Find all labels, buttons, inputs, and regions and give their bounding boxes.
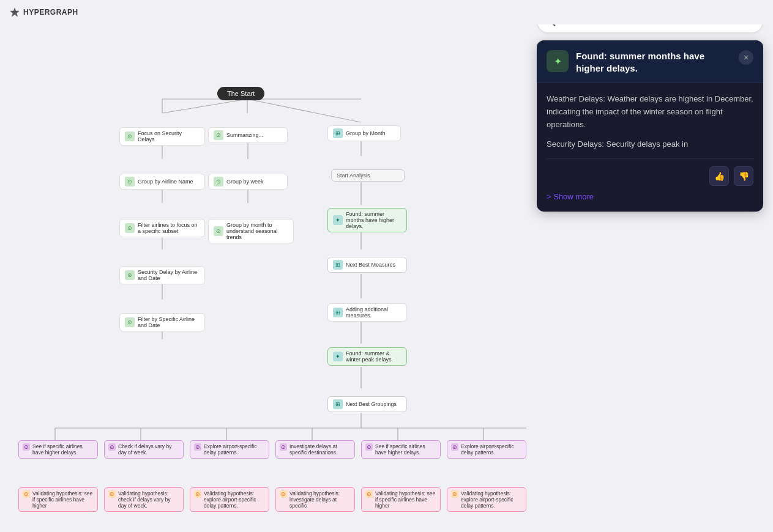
close-button[interactable]: × [739,50,753,65]
node-icon: ⊙ [194,490,201,498]
result-avatar: ✦ [547,50,569,72]
node-icon: ⊙ [125,131,135,141]
node-icon: ⊞ [333,399,343,409]
graph-canvas: The Start ⊙ Focus on Security Delays ⊙ G… [0,0,526,532]
validate-node-2[interactable]: ⊙ Validating hypothesis: explore airport… [190,487,269,512]
bottom-node-3[interactable]: ⊙ Investigate delays at specific destina… [275,440,355,459]
result-card: ✦ Found: summer months have higher delay… [537,40,763,212]
node-icon: ✦ [333,352,343,361]
app-name: HYPERGRAPH [23,8,78,17]
result-title: Found: summer months have higher delays. [576,50,731,74]
node-icon: ⊞ [333,260,343,270]
logo: HYPERGRAPH [10,7,78,17]
result-header: ✦ Found: summer months have higher delay… [537,40,763,83]
validate-node-5[interactable]: ⊙ Validating hypothesis: explore airport… [447,487,526,512]
node-group-week[interactable]: ⊙ Group by week [208,174,288,190]
node-icon: ⊙ [108,443,116,451]
node-icon: ⊙ [214,226,223,236]
node-next-best-measures[interactable]: ⊞ Next Best Measures [327,257,407,273]
right-panel: 🔍 ✦ Found: summer months have higher del… [537,10,763,212]
node-icon: ⊙ [125,270,135,280]
node-icon: ✦ [333,215,343,225]
node-found-summer-winter[interactable]: ✦ Found: summer & winter peak delays. [327,347,407,366]
topbar: HYPERGRAPH [0,0,773,24]
node-icon: ⊙ [214,130,223,140]
svg-marker-0 [10,8,19,17]
node-adding-measures[interactable]: ⊞ Adding additional measures. [327,303,407,322]
avatar-icon: ✦ [554,56,562,67]
bottom-node-5[interactable]: ⊙ Explore airport-specific delay pattern… [447,440,526,459]
node-icon: ⊙ [23,490,30,498]
svg-line-3 [247,99,361,122]
show-more-link[interactable]: > Show more [547,192,594,201]
node-start[interactable]: The Start [217,87,264,100]
validate-node-1[interactable]: ⊙ Validating hypothesis: check if delays… [104,487,184,512]
bottom-node-1[interactable]: ⊙ Check if delays vary by day of week. [104,440,184,459]
node-group-month-seasonal[interactable]: ⊙ Group by month to understand seasonal … [208,219,294,243]
logo-icon [10,7,20,17]
node-focus-security[interactable]: ⊙ Focus on Security Delays [119,127,205,146]
node-icon: ⊙ [451,490,458,498]
result-text-1: Weather Delays: Weather delays are highe… [547,93,753,131]
node-icon: ⊙ [194,443,201,451]
node-icon: ⊙ [108,490,116,498]
node-summarizing[interactable]: ⊙ Summarizing... [208,127,288,143]
node-next-best-groupings[interactable]: ⊞ Next Best Groupings [327,396,407,412]
validate-node-4[interactable]: ⊙ Validating hypothesis: see if specific… [361,487,441,512]
node-icon: ⊙ [125,177,135,187]
node-filter-specific[interactable]: ⊙ Filter by Specific Airline and Date [119,313,205,331]
node-found-summer[interactable]: ✦ Found: summer months have higher delay… [327,208,407,232]
result-divider [547,158,753,159]
node-group-by-month[interactable]: ⊞ Group by Month [327,125,401,141]
svg-line-2 [162,99,247,113]
node-icon: ⊙ [365,490,373,498]
node-start-analysis[interactable]: Start Analysis [331,169,405,182]
result-body: Weather Delays: Weather delays are highe… [537,83,763,212]
node-icon: ⊙ [125,317,135,327]
bottom-node-2[interactable]: ⊙ Explore airport-specific delay pattern… [190,440,269,459]
node-group-airline[interactable]: ⊙ Group by Airline Name [119,174,205,190]
node-icon: ⊙ [365,443,373,451]
result-text-2: Security Delays: Security delays peak in [547,138,753,151]
node-security-delay[interactable]: ⊙ Security Delay by Airline and Date [119,266,205,284]
node-icon: ⊙ [280,443,287,451]
result-actions: 👍 👎 [547,166,753,186]
validate-node-0[interactable]: ⊙ Validating hypothesis: see if specific… [18,487,98,512]
bottom-node-4[interactable]: ⊙ See if specific airlines have higher d… [361,440,441,459]
node-icon: ⊞ [333,128,343,138]
node-icon: ⊙ [125,223,135,233]
node-icon: ⊙ [280,490,287,498]
node-icon: ⊙ [451,443,458,451]
validate-node-3[interactable]: ⊙ Validating hypothesis: investigate del… [275,487,355,512]
thumbdown-button[interactable]: 👎 [734,166,753,186]
bottom-node-0[interactable]: ⊙ See if specific airlines have higher d… [18,440,98,459]
node-filter-airlines[interactable]: ⊙ Filter airlines to focus on a specific… [119,219,205,237]
node-icon: ⊙ [214,177,223,187]
node-icon: ⊞ [333,308,343,317]
thumbup-button[interactable]: 👍 [709,166,729,186]
node-icon: ⊙ [23,443,30,451]
